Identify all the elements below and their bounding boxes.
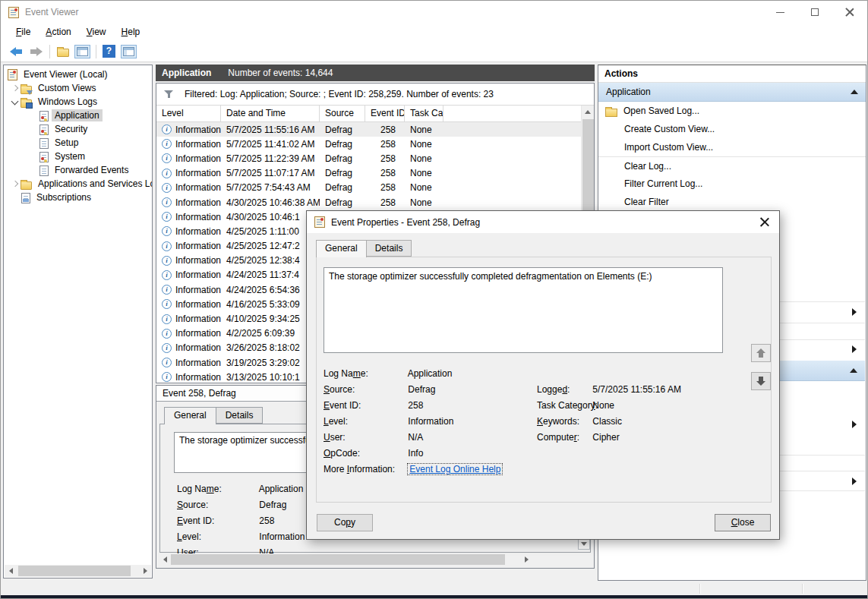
dialog-field-label: Source: bbox=[324, 384, 406, 395]
dialog-tab-general[interactable]: General bbox=[316, 240, 367, 257]
menu-item[interactable]: Help bbox=[114, 24, 148, 40]
preview-tab-general[interactable]: General bbox=[164, 407, 216, 424]
submenu-arrow-icon[interactable] bbox=[852, 308, 857, 316]
menu-item[interactable]: Action bbox=[38, 24, 78, 40]
tree-item[interactable]: System bbox=[4, 150, 152, 163]
submenu-arrow-icon[interactable] bbox=[852, 345, 857, 353]
tree-twisty-icon[interactable] bbox=[28, 151, 39, 162]
tree-twisty-icon[interactable] bbox=[28, 124, 39, 134]
tree-twisty-icon[interactable] bbox=[10, 178, 21, 189]
preview-tab-details[interactable]: Details bbox=[216, 407, 264, 424]
preview-horizontal-scrollbar[interactable] bbox=[159, 553, 532, 566]
tree-twisty-icon[interactable] bbox=[28, 137, 39, 148]
actions-section-application[interactable]: Application bbox=[598, 83, 866, 102]
open-saved-log-button[interactable] bbox=[53, 43, 72, 60]
window-controls bbox=[762, 1, 867, 24]
menu-item[interactable]: File bbox=[8, 24, 38, 40]
tree-item[interactable]: Windows Logs bbox=[4, 95, 152, 109]
close-button[interactable] bbox=[832, 1, 867, 24]
tree-item[interactable]: Subscriptions bbox=[4, 191, 152, 204]
more-information-label: More Information: bbox=[324, 464, 402, 474]
scroll-right-icon bbox=[144, 568, 147, 574]
dialog-close-button[interactable] bbox=[753, 213, 775, 232]
scroll-left-button[interactable] bbox=[5, 565, 17, 577]
column-header-date[interactable]: Date and Time bbox=[221, 106, 320, 121]
scroll-left-button[interactable] bbox=[159, 553, 171, 566]
action-item[interactable]: Clear Log... bbox=[598, 156, 866, 175]
scroll-up-icon bbox=[585, 110, 591, 114]
action-item[interactable]: Import Custom View... bbox=[598, 138, 866, 156]
help-button[interactable] bbox=[99, 43, 118, 60]
event-description-box[interactable]: The storage optimizer successfully compl… bbox=[324, 267, 723, 353]
scroll-up-button[interactable] bbox=[582, 106, 594, 118]
event-task-cell: None bbox=[405, 197, 443, 208]
show-console-tree-toggle[interactable] bbox=[73, 43, 92, 60]
column-header-level[interactable]: Level bbox=[156, 106, 221, 121]
event-log-online-help-link[interactable]: Event Log Online Help bbox=[408, 464, 502, 474]
dialog-tab-details[interactable]: Details bbox=[366, 240, 412, 257]
menu-item[interactable]: View bbox=[79, 24, 114, 40]
log-title: Application bbox=[162, 68, 211, 78]
action-item[interactable]: Clear Filter bbox=[598, 193, 866, 211]
action-item-label: Clear Log... bbox=[624, 161, 671, 172]
submenu-arrow-icon[interactable] bbox=[852, 478, 857, 485]
title-bar[interactable]: Event Viewer bbox=[1, 1, 867, 24]
event-level-cell: Information bbox=[156, 270, 221, 280]
scrollbar-thumb[interactable] bbox=[18, 566, 131, 576]
column-header-task[interactable]: Task Ca... bbox=[405, 106, 443, 121]
previous-event-button[interactable] bbox=[751, 344, 771, 362]
tree-item[interactable]: Event Viewer (Local) bbox=[4, 68, 152, 81]
tree-horizontal-scrollbar[interactable] bbox=[5, 565, 151, 577]
tree-item[interactable]: Application bbox=[4, 109, 152, 122]
event-row[interactable]: Information 5/7/2025 7:54:43 AM Defrag 2… bbox=[156, 181, 581, 195]
event-row[interactable]: Information 5/7/2025 11:07:17 AM Defrag … bbox=[156, 166, 581, 181]
back-button[interactable] bbox=[7, 43, 26, 60]
tree-twisty-icon[interactable] bbox=[10, 96, 21, 107]
event-row[interactable]: Information 5/7/2025 11:22:39 AM Defrag … bbox=[156, 151, 581, 166]
minimize-button[interactable] bbox=[762, 1, 797, 24]
collapse-section-icon[interactable] bbox=[850, 368, 857, 373]
tree-twisty-icon[interactable] bbox=[10, 192, 21, 203]
tree-item[interactable]: Custom Views bbox=[4, 81, 152, 95]
next-event-button[interactable] bbox=[751, 372, 771, 390]
event-row[interactable]: Information 5/7/2025 11:55:16 AM Defrag … bbox=[156, 122, 581, 137]
tree-twisty-icon[interactable] bbox=[10, 83, 21, 93]
tree-item[interactable]: Setup bbox=[4, 136, 152, 150]
maximize-button[interactable] bbox=[797, 1, 832, 24]
dialog-close-action-button[interactable]: Close bbox=[715, 514, 771, 531]
tree-item-icon bbox=[39, 125, 49, 135]
tree-twisty-icon[interactable] bbox=[28, 110, 39, 121]
dialog-field-value: Defrag bbox=[408, 384, 435, 395]
column-header-eventid[interactable]: Event ID bbox=[365, 106, 405, 121]
tree-item[interactable]: Forwarded Events bbox=[4, 163, 152, 177]
information-icon bbox=[162, 125, 172, 134]
status-bar bbox=[1, 582, 867, 595]
event-source-cell: Defrag bbox=[320, 139, 365, 150]
show-action-pane-toggle[interactable] bbox=[119, 43, 138, 60]
scroll-right-button[interactable] bbox=[139, 565, 151, 577]
column-header-source[interactable]: Source bbox=[320, 106, 365, 121]
copy-button[interactable]: Copy bbox=[317, 514, 373, 531]
collapse-section-icon[interactable] bbox=[851, 90, 858, 94]
preview-field-value: 258 bbox=[259, 515, 274, 526]
submenu-arrow-icon[interactable] bbox=[852, 421, 857, 428]
tree-item-icon bbox=[21, 193, 30, 203]
action-item[interactable]: Open Saved Log... bbox=[598, 102, 866, 120]
action-item[interactable]: Filter Current Log... bbox=[598, 175, 866, 193]
tree-twisty-icon[interactable] bbox=[28, 165, 39, 175]
forward-button[interactable] bbox=[27, 43, 46, 60]
tree-item-icon bbox=[39, 152, 49, 162]
tree-item[interactable]: Applications and Services Lo bbox=[4, 177, 152, 191]
dialog-field-label: Event ID: bbox=[324, 400, 406, 411]
scrollbar-thumb[interactable] bbox=[171, 554, 505, 565]
event-row[interactable]: Information 5/7/2025 11:41:02 AM Defrag … bbox=[156, 137, 581, 151]
preview-field-value: Defrag bbox=[259, 500, 286, 510]
action-item[interactable]: Create Custom View... bbox=[598, 120, 866, 138]
scroll-right-button[interactable] bbox=[520, 553, 532, 566]
dialog-title-bar[interactable]: Event Properties - Event 258, Defrag bbox=[307, 211, 779, 233]
tree-item[interactable]: Security bbox=[4, 122, 152, 136]
event-date-cell: 4/25/2025 1:11:00 bbox=[221, 226, 320, 237]
event-row[interactable]: Information 4/30/2025 10:46:38 AM Defrag… bbox=[156, 195, 581, 210]
tree-item-label: Event Viewer (Local) bbox=[21, 68, 111, 80]
event-task-cell: None bbox=[405, 139, 443, 150]
